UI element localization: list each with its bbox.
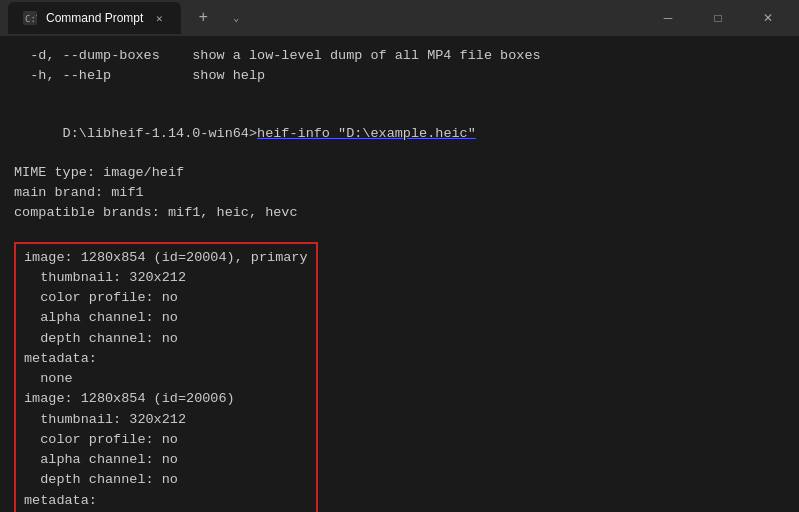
dropdown-button[interactable]: ⌄ <box>225 4 247 32</box>
img2-header: image: 1280x854 (id=20006) <box>24 389 308 409</box>
titlebar-left: C:\ Command Prompt ✕ + ⌄ <box>8 2 645 34</box>
terminal-compat-line: compatible brands: mif1, heic, hevc <box>14 203 785 223</box>
img1-thumb: thumbnail: 320x212 <box>24 268 308 288</box>
img1-meta-value: none <box>24 369 308 389</box>
prompt-path: D:\libheif-1.14.0-win64> <box>63 126 257 141</box>
terminal-brand-line: main brand: mif1 <box>14 183 785 203</box>
tab-close-button[interactable]: ✕ <box>151 10 167 26</box>
terminal-content[interactable]: -d, --dump-boxes show a low-level dump o… <box>0 36 799 512</box>
window: C:\ Command Prompt ✕ + ⌄ ─ □ ✕ -d, --dum… <box>0 0 799 512</box>
image-info-block: image: 1280x854 (id=20004), primary thum… <box>14 242 318 512</box>
maximize-button[interactable]: □ <box>695 0 741 36</box>
terminal-cmd-line: D:\libheif-1.14.0-win64>heif-info "D:\ex… <box>14 105 785 164</box>
command-text: heif-info "D:\example.heic" <box>257 126 476 141</box>
img2-thumb: thumbnail: 320x212 <box>24 410 308 430</box>
window-controls: ─ □ ✕ <box>645 0 791 36</box>
terminal-line-2: -h, --help show help <box>14 66 785 86</box>
img1-meta-label: metadata: <box>24 349 308 369</box>
img1-color: color profile: no <box>24 288 308 308</box>
img1-depth: depth channel: no <box>24 329 308 349</box>
tab-title: Command Prompt <box>46 11 143 25</box>
img1-header: image: 1280x854 (id=20004), primary <box>24 248 308 268</box>
terminal-line-1: -d, --dump-boxes show a low-level dump o… <box>14 46 785 66</box>
minimize-button[interactable]: ─ <box>645 0 691 36</box>
titlebar: C:\ Command Prompt ✕ + ⌄ ─ □ ✕ <box>0 0 799 36</box>
img1-alpha: alpha channel: no <box>24 308 308 328</box>
img2-alpha: alpha channel: no <box>24 450 308 470</box>
active-tab[interactable]: C:\ Command Prompt ✕ <box>8 2 181 34</box>
terminal-mime-line: MIME type: image/heif <box>14 163 785 183</box>
terminal-line-blank2 <box>14 222 785 242</box>
window-close-button[interactable]: ✕ <box>745 0 791 36</box>
img2-color: color profile: no <box>24 430 308 450</box>
new-tab-button[interactable]: + <box>189 4 217 32</box>
cmd-icon: C:\ <box>22 10 38 26</box>
img2-meta-label: metadata: <box>24 491 308 511</box>
img2-depth: depth channel: no <box>24 470 308 490</box>
terminal-line-blank1 <box>14 85 785 105</box>
svg-text:C:\: C:\ <box>25 14 37 24</box>
